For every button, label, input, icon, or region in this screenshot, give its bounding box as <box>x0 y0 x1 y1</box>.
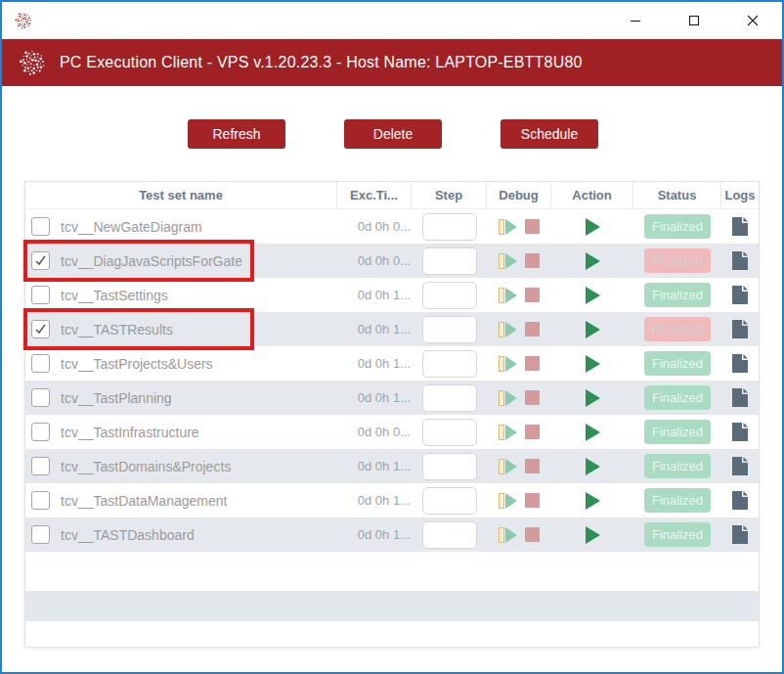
table-footer-stripe <box>25 591 759 621</box>
logs-document-icon[interactable] <box>732 320 748 338</box>
debug-stop-icon[interactable] <box>525 459 540 473</box>
run-action-icon[interactable] <box>586 321 600 338</box>
row-checkbox[interactable] <box>31 457 50 475</box>
status-badge: Finalized <box>644 488 711 513</box>
table-row: tcv__TastSettings 0d 0h 1... Finalized <box>25 278 759 312</box>
step-input[interactable] <box>422 247 477 275</box>
run-action-icon[interactable] <box>586 389 600 407</box>
test-set-table: Test set name Exc.Ti... Step Debug Actio… <box>24 181 760 648</box>
debug-play-icon[interactable] <box>499 493 517 509</box>
row-checkbox[interactable] <box>31 354 50 373</box>
exec-time: 0d 0h 1... <box>337 278 412 312</box>
logs-document-icon[interactable] <box>732 286 748 304</box>
debug-play-icon[interactable] <box>499 356 517 372</box>
debug-play-icon[interactable] <box>499 527 517 543</box>
test-set-name: tcv__TastSettings <box>61 288 168 303</box>
exec-time: 0d 0h 1... <box>337 483 412 517</box>
column-header-debug[interactable]: Debug <box>487 182 551 208</box>
debug-play-icon[interactable] <box>499 322 517 337</box>
row-checkbox[interactable] <box>31 286 50 304</box>
row-checkbox[interactable] <box>31 251 50 270</box>
column-header-test-set-name[interactable]: Test set name <box>25 182 337 208</box>
logs-document-icon[interactable] <box>732 354 748 373</box>
row-checkbox[interactable] <box>31 388 50 407</box>
debug-stop-icon[interactable] <box>525 356 540 371</box>
row-checkbox[interactable] <box>31 320 50 338</box>
exec-time: 0d 0h 0... <box>337 209 412 244</box>
debug-play-icon[interactable] <box>499 288 517 303</box>
table-row: tcv__TastProjects&Users 0d 0h 1... Final… <box>25 346 759 381</box>
column-header-action[interactable]: Action <box>551 182 633 208</box>
step-input[interactable] <box>422 419 477 446</box>
step-input[interactable] <box>422 316 477 343</box>
step-input[interactable] <box>422 282 477 309</box>
debug-stop-icon[interactable] <box>525 288 540 302</box>
column-header-logs[interactable]: Logs <box>721 182 759 208</box>
test-set-name: tcv__TastProjects&Users <box>61 356 213 372</box>
debug-stop-icon[interactable] <box>525 493 540 508</box>
run-action-icon[interactable] <box>586 492 600 510</box>
test-set-name: tcv__NewGateDiagram <box>61 219 202 235</box>
debug-play-icon[interactable] <box>499 219 517 235</box>
checkmark-icon <box>34 323 47 336</box>
refresh-button[interactable]: Refresh <box>188 119 285 149</box>
status-badge: Finalized <box>644 317 711 341</box>
app-logo-icon <box>18 48 47 77</box>
logs-document-icon[interactable] <box>732 251 748 270</box>
debug-play-icon[interactable] <box>499 390 517 406</box>
test-set-name: tcv__TASTResults <box>61 322 173 337</box>
run-action-icon[interactable] <box>586 218 600 236</box>
exec-time: 0d 0h 1... <box>337 449 412 483</box>
row-checkbox[interactable] <box>31 525 50 544</box>
debug-play-icon[interactable] <box>499 459 517 474</box>
exec-time: 0d 0h 1... <box>337 346 412 381</box>
column-header-status[interactable]: Status <box>633 182 721 208</box>
run-action-icon[interactable] <box>586 458 600 475</box>
run-action-icon[interactable] <box>586 355 600 373</box>
debug-stop-icon[interactable] <box>525 219 540 234</box>
logs-document-icon[interactable] <box>732 217 748 236</box>
logs-document-icon[interactable] <box>732 423 748 441</box>
debug-play-icon[interactable] <box>499 425 517 440</box>
logs-document-icon[interactable] <box>732 491 748 510</box>
step-input[interactable] <box>422 453 477 480</box>
column-header-exec-time[interactable]: Exc.Ti... <box>337 182 412 208</box>
step-input[interactable] <box>422 487 477 515</box>
run-action-icon[interactable] <box>586 252 600 270</box>
debug-stop-icon[interactable] <box>525 322 540 337</box>
debug-stop-icon[interactable] <box>525 390 540 405</box>
step-input[interactable] <box>422 384 477 412</box>
maximize-button[interactable] <box>665 2 723 39</box>
row-checkbox[interactable] <box>31 217 50 236</box>
title-bar <box>2 2 782 39</box>
step-input[interactable] <box>422 350 477 378</box>
logs-document-icon[interactable] <box>732 457 748 475</box>
delete-button[interactable]: Delete <box>344 119 442 149</box>
step-input[interactable] <box>422 521 477 549</box>
row-checkbox[interactable] <box>31 491 50 510</box>
minimize-button[interactable] <box>606 2 665 39</box>
test-set-name: tcv__TASTDashboard <box>61 527 195 543</box>
status-badge: Finalized <box>644 420 711 444</box>
status-badge: Finalized <box>644 454 711 478</box>
step-input[interactable] <box>422 213 477 241</box>
app-header: PC Execution Client - VPS v.1.20.23.3 - … <box>2 39 782 86</box>
run-action-icon[interactable] <box>586 424 600 441</box>
schedule-button[interactable]: Schedule <box>501 119 598 149</box>
row-checkbox[interactable] <box>31 423 50 441</box>
run-action-icon[interactable] <box>586 287 600 304</box>
test-set-name: tcv__TastPlanning <box>61 390 172 406</box>
debug-stop-icon[interactable] <box>525 253 540 268</box>
exec-time: 0d 0h 1... <box>337 312 412 346</box>
exec-time: 0d 0h 0... <box>337 244 412 278</box>
column-header-step[interactable]: Step <box>412 182 487 208</box>
close-button[interactable] <box>723 2 782 39</box>
run-action-icon[interactable] <box>586 526 600 544</box>
logs-document-icon[interactable] <box>732 525 748 544</box>
status-badge: Finalized <box>644 283 711 307</box>
debug-play-icon[interactable] <box>499 253 517 269</box>
debug-stop-icon[interactable] <box>525 425 540 439</box>
status-badge: Finalized <box>644 385 711 410</box>
logs-document-icon[interactable] <box>732 388 748 407</box>
debug-stop-icon[interactable] <box>525 527 540 542</box>
